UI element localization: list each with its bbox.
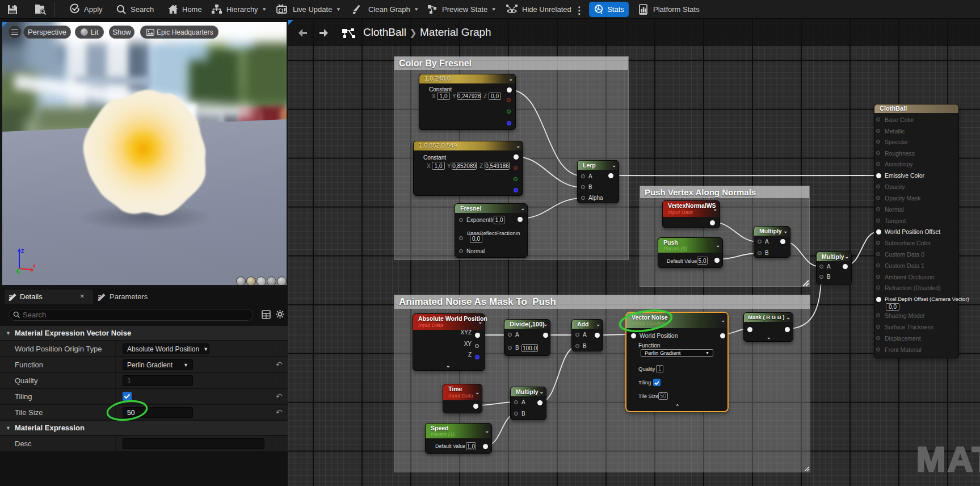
- svg-text:Z: Z: [21, 248, 24, 254]
- svg-text:Y: Y: [17, 270, 20, 275]
- svg-text:x: x: [33, 263, 36, 269]
